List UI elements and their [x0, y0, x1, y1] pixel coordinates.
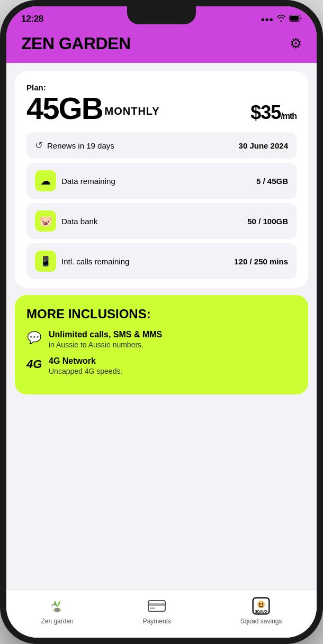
phone-screen: 12:28 ●●● [6, 6, 317, 638]
status-bar: 12:28 ●●● [6, 6, 317, 29]
zen-garden-icon [48, 596, 67, 615]
renew-text: Renews in 19 days [47, 141, 114, 150]
bottom-nav: Zen garden Payments [6, 590, 317, 638]
data-remaining-value: 5 / 45GB [256, 177, 288, 186]
renew-row: ↺ Renews in 19 days 30 June 2024 [26, 132, 297, 159]
renew-icon: ↺ [35, 140, 43, 151]
sms-title: Unlimited calls, SMS & MMS [49, 330, 297, 339]
cloud-icon: ☁ [40, 174, 51, 187]
intl-calls-value: 120 / 250 mins [234, 257, 288, 266]
zen-garden-label: Zen garden [41, 618, 73, 625]
phone-icon: 📱 [40, 255, 51, 267]
svg-rect-5 [148, 603, 165, 606]
app-title: ZEN GARDEN [21, 34, 131, 53]
sms-subtitle: in Aussie to Aussie numbers. [49, 341, 297, 349]
4g-title: 4G Network [49, 356, 297, 366]
svg-text:SQAUD: SQAUD [255, 610, 267, 614]
plan-card: Plan: 45GBMONTHLY $35/mth ↺ [15, 71, 308, 288]
scroll-content: Plan: 45GBMONTHLY $35/mth ↺ [6, 63, 317, 590]
intl-calls-icon-bg: 📱 [35, 251, 56, 272]
svg-point-10 [262, 603, 264, 605]
inclusion-item-sms: 💬 Unlimited calls, SMS & MMS in Aussie t… [26, 330, 297, 349]
plan-size-wrapper: 45GBMONTHLY [26, 93, 160, 124]
payments-label: Payments [143, 618, 171, 625]
svg-rect-3 [55, 608, 60, 612]
data-bank-label: Data bank [61, 217, 97, 226]
data-remaining-label: Data remaining [61, 177, 115, 186]
nav-zen-garden[interactable]: Zen garden [41, 596, 73, 625]
squad-savings-label: Squad savings [240, 618, 282, 625]
data-bank-value: 50 / 100GB [247, 217, 288, 226]
data-bank-icon-bg: 🐷 [35, 210, 56, 232]
svg-point-9 [259, 603, 261, 605]
intl-calls-label: Intl. calls remaining [61, 257, 129, 266]
plan-header: 45GBMONTHLY $35/mth [26, 93, 297, 124]
svg-rect-6 [150, 608, 155, 609]
renew-date: 30 June 2024 [239, 141, 288, 150]
data-remaining-icon-bg: ☁ [35, 170, 56, 191]
header: ZEN GARDEN ⚙ [6, 29, 317, 63]
phone-frame: 12:28 ●●● [0, 0, 323, 644]
inclusion-item-4g: 4G 4G Network Uncapped 4G speeds. [26, 356, 297, 375]
plan-price: $35/mth [250, 102, 297, 124]
4g-subtitle: Uncapped 4G speeds. [49, 367, 297, 375]
inclusions-card: MORE INCLUSIONS: 💬 Unlimited calls, SMS … [15, 295, 308, 394]
payments-icon [147, 596, 166, 615]
data-bank-row: 🐷 Data bank 50 / 100GB [26, 203, 297, 239]
squad-savings-icon: SQAUD [252, 596, 271, 615]
spacer [15, 402, 308, 404]
battery-icon [289, 14, 302, 24]
nav-payments[interactable]: Payments [143, 596, 171, 625]
signal-icon: ●●● [261, 15, 273, 23]
data-remaining-row: ☁ Data remaining 5 / 45GB [26, 163, 297, 199]
sms-icon: 💬 [26, 331, 41, 345]
4g-icon: 4G [26, 357, 41, 371]
svg-rect-1 [290, 16, 299, 21]
plan-size: 45GBMONTHLY [26, 91, 160, 125]
status-icons: ●●● [261, 14, 302, 24]
intl-calls-row: 📱 Intl. calls remaining 120 / 250 mins [26, 243, 297, 279]
piggy-icon: 🐷 [39, 215, 52, 227]
nav-squad-savings[interactable]: SQAUD Squad savings [240, 596, 282, 625]
status-time: 12:28 [21, 14, 43, 24]
settings-icon[interactable]: ⚙ [290, 35, 302, 52]
notch [127, 6, 196, 24]
inclusions-title: MORE INCLUSIONS: [26, 307, 297, 321]
wifi-icon [276, 14, 286, 24]
